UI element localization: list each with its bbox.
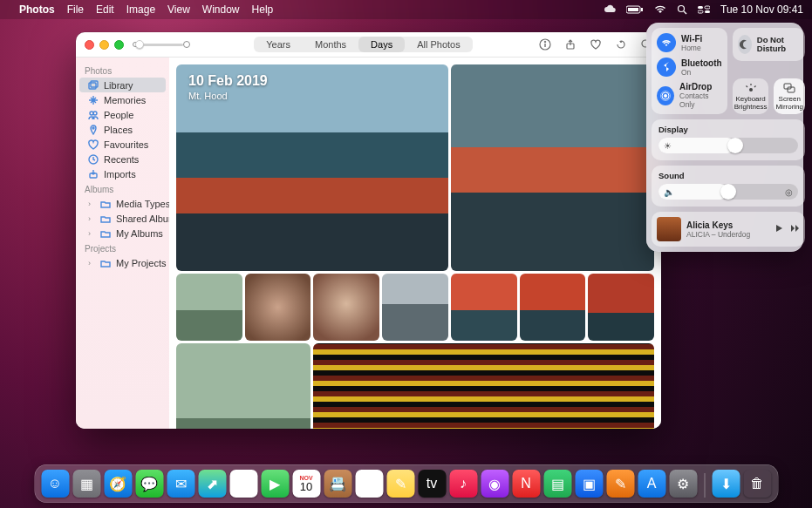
dock-downloads-stack[interactable]: ⬇︎ (712, 470, 740, 498)
sidebar-item-imports[interactable]: Imports (79, 166, 166, 181)
dock-app-reminders[interactable]: ☑︎ (355, 470, 383, 498)
chevron-right-icon: › (88, 229, 95, 238)
dock-app-tv[interactable]: tv (418, 470, 446, 498)
sidebar-item-media-types[interactable]: › Media Types (79, 196, 166, 211)
dock-app-music[interactable]: ♪ (449, 470, 477, 498)
favourite-button[interactable] (589, 38, 602, 51)
menu-view[interactable]: View (167, 3, 190, 16)
day-heading-date: 10 Feb 2019 (188, 73, 268, 89)
dock-app-finder[interactable]: ☺ (41, 470, 69, 498)
sidebar-item-my-projects[interactable]: › My Projects (79, 255, 166, 270)
moon-icon (738, 35, 752, 54)
photo-thumbnail[interactable] (176, 343, 310, 429)
sidebar-item-favourites[interactable]: Favourites (79, 137, 166, 152)
photo-thumbnail[interactable] (176, 274, 242, 341)
photo-thumbnail[interactable] (520, 274, 586, 341)
dock-app-calendar[interactable]: NOV 10 (292, 470, 320, 498)
menu-help[interactable]: Help (252, 3, 274, 16)
sidebar-item-label: My Projects (116, 258, 166, 268)
dock-app-news[interactable]: N (512, 470, 540, 498)
now-playing-artist: Alicia Keys (686, 220, 750, 230)
photos-content: 10 Feb 2019 Mt. Hood (169, 58, 661, 429)
photo-thumbnail[interactable] (245, 274, 311, 341)
sidebar-item-recents[interactable]: Recents (79, 152, 166, 166)
photos-window: Years Months Days All Photos Photos Libr… (76, 32, 661, 429)
dock-app-messages[interactable]: 💬 (135, 470, 163, 498)
window-minimize-button[interactable] (99, 40, 109, 50)
window-zoom-button[interactable] (114, 40, 124, 50)
segment-days[interactable]: Days (358, 37, 405, 52)
app-menu[interactable]: Photos (19, 3, 55, 16)
cc-sound-slider[interactable]: 🔈 ◎ (658, 184, 798, 200)
cc-airdrop-toggle[interactable]: AirDropContacts Only (657, 82, 722, 109)
day-heading-location: Mt. Hood (188, 91, 228, 101)
dock-app-notes[interactable]: ✎ (386, 470, 414, 498)
photo-thumbnail[interactable] (382, 274, 448, 341)
photo-thumbnail[interactable] (313, 274, 379, 341)
battery-status-icon[interactable] (626, 5, 644, 14)
cc-now-playing-tile[interactable]: Alicia Keys ALICIA – Underdog (652, 212, 805, 247)
dock-app-contacts[interactable]: 📇 (324, 470, 351, 498)
photo-thumbnail[interactable]: 10 Feb 2019 Mt. Hood (176, 64, 448, 271)
segment-years[interactable]: Years (254, 37, 303, 52)
spotlight-icon[interactable] (677, 4, 687, 15)
photo-thumbnail[interactable] (451, 274, 517, 341)
sidebar-item-shared-albums[interactable]: › Shared Albums (79, 211, 166, 226)
dock-app-safari[interactable]: 🧭 (104, 470, 132, 498)
menu-clock[interactable]: Tue 10 Nov 09:41 (720, 3, 803, 16)
share-button[interactable] (563, 38, 577, 51)
airplay-audio-icon[interactable]: ◎ (785, 187, 793, 197)
menu-window[interactable]: Window (202, 3, 240, 16)
cc-airdrop-title: AirDrop (679, 82, 722, 91)
cc-dnd-toggle[interactable]: Do Not Disturb (733, 28, 805, 61)
menu-edit[interactable]: Edit (96, 3, 114, 16)
dock-app-podcasts[interactable]: ◉ (481, 470, 508, 498)
dock-app-launchpad[interactable]: ▦ (72, 470, 100, 498)
photo-thumbnail[interactable] (588, 274, 654, 341)
cc-display-slider[interactable]: ☀︎ (658, 138, 798, 153)
cc-wifi-toggle[interactable]: Wi-FiHome (657, 33, 722, 52)
folder-icon (100, 213, 111, 224)
cc-bluetooth-toggle[interactable]: BluetoothOn (657, 58, 722, 77)
sidebar-item-places[interactable]: Places (79, 122, 166, 137)
segment-all-photos[interactable]: All Photos (405, 37, 473, 52)
album-art (657, 217, 681, 241)
chevron-right-icon: › (88, 200, 95, 208)
rotate-button[interactable] (614, 38, 627, 51)
sidebar-item-memories[interactable]: Memories (79, 92, 166, 107)
sidebar-item-my-albums[interactable]: › My Albums (79, 226, 166, 240)
menu-file[interactable]: File (67, 3, 84, 16)
dock-app-photos[interactable]: ✿ (229, 470, 257, 498)
chevron-right-icon: › (88, 214, 95, 223)
svg-rect-15 (89, 83, 96, 89)
segment-months[interactable]: Months (303, 37, 358, 52)
dock-app-facetime[interactable]: ▶ (261, 470, 289, 498)
photo-thumbnail[interactable] (451, 64, 654, 271)
wifi-status-icon[interactable] (654, 4, 666, 15)
dock: ☺ ▦ 🧭 💬 ✉︎ ⬈ ✿ ▶ NOV 10 📇 ☑︎ ✎ tv ♪ ◉ N … (34, 464, 778, 503)
cc-network-tile: Wi-FiHome BluetoothOn AirDropContacts On… (652, 28, 727, 114)
speaker-icon: 🔈 (664, 187, 674, 197)
dock-app-appstore[interactable]: A (638, 470, 665, 498)
menu-image[interactable]: Image (126, 3, 155, 16)
dock-trash[interactable]: 🗑 (743, 470, 771, 498)
sidebar-item-people[interactable]: People (79, 107, 166, 122)
dock-app-system-preferences[interactable]: ⚙︎ (669, 470, 697, 498)
thumbnail-zoom-slider[interactable] (140, 44, 183, 46)
photo-thumbnail[interactable] (313, 343, 654, 429)
cloud-status-icon[interactable] (604, 4, 616, 15)
play-button[interactable] (775, 224, 784, 234)
dock-app-keynote[interactable]: ▣ (575, 470, 603, 498)
sidebar-item-library[interactable]: Library (79, 78, 166, 92)
heart-icon (88, 139, 99, 150)
next-track-button[interactable] (791, 224, 800, 234)
dock-app-mail[interactable]: ✉︎ (167, 470, 194, 498)
control-center-icon[interactable] (698, 4, 710, 15)
dock-app-numbers[interactable]: ▤ (543, 470, 571, 498)
window-close-button[interactable] (85, 40, 94, 50)
cc-screen-mirroring-button[interactable]: Screen Mirroring (774, 78, 805, 114)
cc-keyboard-brightness-button[interactable]: Keyboard Brightness (733, 78, 769, 114)
dock-app-maps[interactable]: ⬈ (198, 470, 226, 498)
dock-app-pages[interactable]: ✎ (606, 470, 634, 498)
info-button[interactable] (538, 38, 551, 51)
